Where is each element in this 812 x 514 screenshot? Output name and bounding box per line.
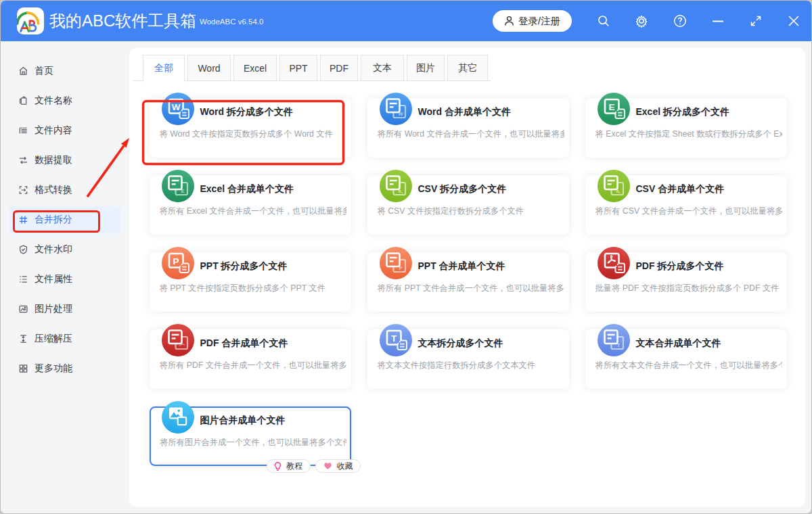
svg-text:E: E bbox=[608, 102, 614, 112]
svg-text:P: P bbox=[173, 256, 179, 266]
svg-text:W: W bbox=[172, 102, 181, 112]
svg-text:T: T bbox=[391, 333, 397, 344]
